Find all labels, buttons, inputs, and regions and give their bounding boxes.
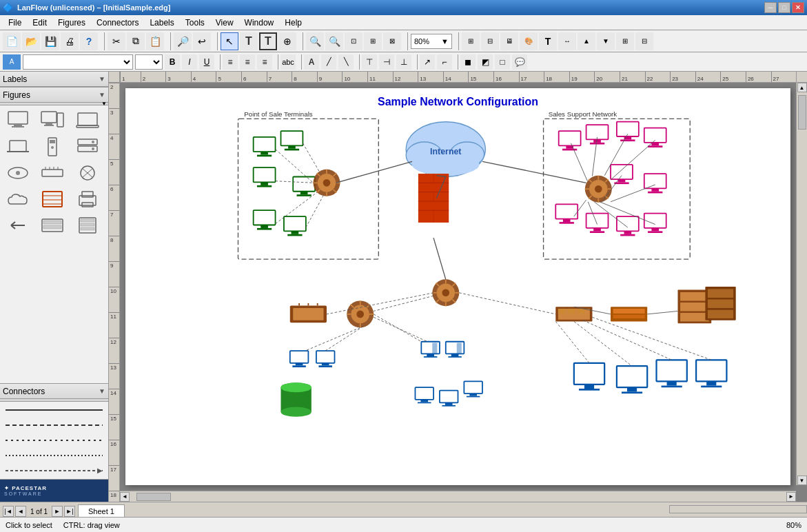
scroll-right-btn[interactable]: ►: [786, 492, 796, 502]
zoom-fit-button[interactable]: ⊡: [345, 32, 362, 50]
connector-dashed[interactable]: [3, 418, 105, 432]
connector-ortho-button[interactable]: ⌐: [437, 54, 452, 70]
open-button[interactable]: 📂: [22, 32, 40, 50]
figure-tower[interactable]: [37, 134, 68, 159]
ungroup-button[interactable]: ⊟: [635, 32, 653, 50]
back-button[interactable]: ▼: [597, 32, 615, 50]
front-button[interactable]: ▲: [578, 32, 595, 50]
cut-button[interactable]: ✂: [108, 32, 125, 50]
figure-hub[interactable]: [3, 161, 33, 185]
group-button[interactable]: ⊞: [616, 32, 634, 50]
figure-firewall[interactable]: [37, 187, 68, 212]
connector-btn[interactable]: ↔: [558, 32, 576, 50]
zoom-control[interactable]: 80% ▼: [411, 34, 452, 49]
tab-prev-btn[interactable]: ◄: [15, 506, 26, 517]
zoom-out-button[interactable]: 🔍: [325, 32, 343, 50]
figure-printer[interactable]: [72, 187, 103, 212]
figure-button[interactable]: 🖥: [500, 32, 518, 50]
find-button[interactable]: 🔎: [174, 32, 192, 50]
italic-button[interactable]: I: [182, 54, 197, 70]
new-button[interactable]: 📄: [3, 32, 21, 50]
connectors-header[interactable]: Connectors ▼: [0, 384, 108, 399]
menu-figures[interactable]: Figures: [52, 17, 91, 29]
align-button[interactable]: ⊟: [481, 32, 499, 50]
sheet-tab[interactable]: Sheet 1: [78, 504, 125, 517]
font-selector[interactable]: [23, 54, 133, 70]
tab-first-btn[interactable]: |◄: [3, 506, 14, 517]
window-controls[interactable]: ─ □ ✕: [764, 2, 804, 13]
figure-arrow-left[interactable]: [3, 213, 33, 238]
align-left-button[interactable]: ≡: [223, 54, 238, 70]
connector-dotted2[interactable]: [3, 449, 105, 462]
menu-view[interactable]: View: [210, 17, 239, 29]
copy-button[interactable]: ⧉: [127, 32, 145, 50]
figures-header[interactable]: Figures ▼: [0, 88, 108, 103]
canvas[interactable]: Sample Network Configuration Point of Sa…: [120, 83, 807, 502]
figures-arrow[interactable]: ▼: [99, 91, 105, 99]
figure-router[interactable]: [72, 161, 103, 185]
connector-arrow[interactable]: ▶: [3, 464, 105, 478]
zoom-box[interactable]: 80% ▼: [411, 34, 452, 49]
figures-collapse[interactable]: ▼: [101, 101, 107, 107]
help-button[interactable]: ?: [80, 32, 98, 50]
minimize-button[interactable]: ─: [764, 2, 777, 13]
grid-button[interactable]: ⊞: [462, 32, 480, 50]
tab-last-btn[interactable]: ►|: [64, 506, 75, 517]
align-middle-button[interactable]: ⊣: [379, 54, 394, 70]
select-button[interactable]: ↖: [221, 32, 238, 50]
connectors-arrow[interactable]: ▼: [99, 387, 105, 395]
figure-laptop2[interactable]: [3, 134, 33, 159]
align-center-button[interactable]: ≡: [240, 54, 255, 70]
menu-window[interactable]: Window: [239, 17, 280, 29]
figure-switch[interactable]: [37, 161, 68, 185]
zoom-in-button[interactable]: 🔍: [306, 32, 324, 50]
menu-edit[interactable]: Edit: [27, 17, 52, 29]
v-scrollbar[interactable]: ▲ ▼: [796, 83, 807, 485]
text-outline-button[interactable]: T: [259, 32, 277, 50]
menu-connectors[interactable]: Connectors: [91, 17, 144, 29]
line-style-button[interactable]: ╲: [338, 54, 354, 70]
layer-indicator[interactable]: A: [3, 54, 21, 70]
h-scroll-track[interactable]: [669, 505, 807, 513]
fill-button[interactable]: ◩: [478, 54, 493, 70]
labels-header[interactable]: Labels ▼: [0, 72, 108, 87]
outline-button[interactable]: □: [495, 54, 510, 70]
figure-nas[interactable]: [37, 213, 68, 238]
close-button[interactable]: ✕: [792, 2, 804, 13]
connector-style-button[interactable]: ↗: [420, 54, 435, 70]
menu-help[interactable]: Help: [279, 17, 307, 29]
align-right-button[interactable]: ≡: [257, 54, 272, 70]
scroll-thumb-h[interactable]: [136, 493, 171, 501]
save-button[interactable]: 💾: [41, 32, 59, 50]
zoom-page-button[interactable]: ⊠: [383, 32, 401, 50]
figure-storage[interactable]: [72, 213, 103, 238]
menu-file[interactable]: File: [3, 17, 27, 29]
text-button[interactable]: T: [240, 32, 258, 50]
figure-desktop1[interactable]: [3, 108, 33, 133]
text-fmt-button[interactable]: T: [539, 32, 557, 50]
figure-workstation[interactable]: [37, 108, 68, 133]
figure-laptop[interactable]: [72, 108, 103, 133]
scroll-left-btn[interactable]: ◄: [120, 492, 130, 502]
maximize-button[interactable]: □: [778, 2, 790, 13]
connector-dotted1[interactable]: [3, 433, 105, 447]
font-size-selector[interactable]: [135, 54, 163, 70]
shadow-button[interactable]: ◼: [460, 54, 476, 70]
undo-button[interactable]: ↩: [193, 32, 211, 50]
menu-labels[interactable]: Labels: [144, 17, 179, 29]
connector-solid[interactable]: [3, 403, 105, 417]
scroll-down-btn[interactable]: ▼: [797, 475, 807, 485]
paste-button[interactable]: 📋: [146, 32, 164, 50]
scroll-thumb-v[interactable]: [798, 95, 806, 130]
align-bottom-button[interactable]: ⊥: [396, 54, 411, 70]
zoom-reset-button[interactable]: ⊞: [364, 32, 382, 50]
menu-tools[interactable]: Tools: [180, 17, 210, 29]
figure-cloud[interactable]: [3, 187, 33, 212]
scroll-up-btn[interactable]: ▲: [797, 83, 807, 92]
bold-button[interactable]: B: [165, 54, 180, 70]
print-button[interactable]: 🖨: [61, 32, 79, 50]
tab-next-btn[interactable]: ►: [52, 506, 63, 517]
line-color-button[interactable]: ╱: [321, 54, 336, 70]
underline-button[interactable]: U: [199, 54, 214, 70]
figure-server[interactable]: [72, 134, 103, 159]
